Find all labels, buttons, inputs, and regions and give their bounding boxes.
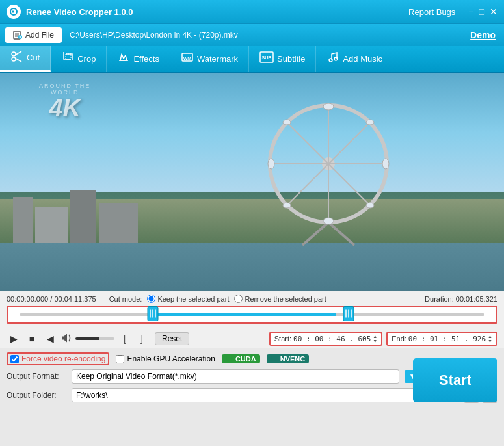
svg-point-4 <box>12 57 16 61</box>
enable-gpu-option[interactable]: Enable GPU Acceleration <box>116 354 215 363</box>
effects-svg-icon <box>117 51 130 64</box>
right-handle[interactable] <box>343 306 354 324</box>
reset-button[interactable]: Reset <box>155 332 189 345</box>
buildings-left <box>13 190 138 243</box>
timeline-slider[interactable] <box>7 306 497 324</box>
start-time-up[interactable]: ▲ <box>373 334 377 339</box>
start-time-label: Start: <box>274 335 291 343</box>
left-handle-icon <box>147 306 159 322</box>
watermark-svg-icon: WM <box>181 51 194 64</box>
tab-cut-label: Cut <box>27 53 40 62</box>
start-time-down[interactable]: ▼ <box>373 339 377 343</box>
keep-selected-radio[interactable] <box>147 295 155 303</box>
water-layer <box>0 243 504 291</box>
effects-icon <box>117 51 130 66</box>
svg-line-21 <box>287 122 328 164</box>
tab-watermark-label: Watermark <box>197 54 238 64</box>
svg-point-43 <box>226 356 232 361</box>
watermark-icon: WM <box>181 51 194 66</box>
svg-point-30 <box>382 159 389 169</box>
end-time-spinner[interactable]: ▲ ▼ <box>488 334 492 343</box>
volume-svg <box>61 334 72 343</box>
keep-selected-label: Keep the selected part <box>157 295 229 303</box>
time-inputs-group: Start: 00 : 00 : 46 . 605 ▲ ▼ End: 00 : … <box>269 332 497 346</box>
output-folder-path: F:\works\ <box>72 388 461 402</box>
tab-cut[interactable]: Cut <box>0 46 51 72</box>
file-path-text: C:\Users\HP\Desktop\London in 4K - (720p… <box>70 31 468 40</box>
nvenc-icon <box>271 355 277 361</box>
close-button[interactable]: ✕ <box>490 7 497 17</box>
slider-rail <box>20 313 484 316</box>
svg-line-6 <box>16 58 22 62</box>
svg-text:WM: WM <box>183 56 192 60</box>
svg-line-22 <box>328 164 370 205</box>
remove-selected-radio[interactable] <box>234 295 243 303</box>
duration-display: Duration: 00:01:05.321 <box>425 295 497 303</box>
stop-button[interactable]: ■ <box>25 332 39 346</box>
music-svg-icon <box>326 51 339 64</box>
start-time-spinner[interactable]: ▲ ▼ <box>373 334 377 343</box>
remove-selected-label: Remove the selected part <box>245 295 326 303</box>
svg-point-31 <box>283 120 291 125</box>
keep-selected-option[interactable]: Keep the selected part <box>147 295 229 303</box>
tab-subtitle[interactable]: SUB Subtitle <box>249 46 316 72</box>
tab-effects[interactable]: Effects <box>107 46 170 72</box>
play-button[interactable]: ▶ <box>7 332 21 346</box>
london-eye-svg <box>257 99 400 248</box>
around-text: AROUND THE <box>39 83 90 89</box>
mark-in-button[interactable]: [ <box>118 332 131 345</box>
add-music-icon <box>326 51 339 66</box>
svg-line-25 <box>302 222 328 245</box>
cut-info-row: 00:00:00.000 / 00:04:11.375 Cut mode: Ke… <box>7 295 497 303</box>
4k-text: 4K <box>39 96 90 120</box>
frame-back-button[interactable]: ◀ <box>43 332 57 346</box>
tab-add-music-label: Add Music <box>343 54 382 64</box>
force-reencode-option[interactable]: Force video re-encoding <box>7 352 109 365</box>
cut-icon <box>10 50 23 66</box>
svg-text:SUB: SUB <box>262 55 272 60</box>
force-reencode-checkbox[interactable] <box>10 355 19 363</box>
report-bugs-link[interactable]: Report Bugs <box>408 7 455 17</box>
minimize-button[interactable]: − <box>468 7 473 17</box>
add-file-button[interactable]: Add File <box>5 27 62 43</box>
volume-slider[interactable] <box>75 337 114 340</box>
enable-gpu-checkbox[interactable] <box>116 355 124 363</box>
cut-controls-area: 00:00:00.000 / 00:04:11.375 Cut mode: Ke… <box>0 291 504 329</box>
tab-crop[interactable]: Crop <box>51 46 107 72</box>
left-handle[interactable] <box>147 306 159 324</box>
video-frame: AROUND THE WORLD 4K <box>0 73 504 291</box>
mark-out-button[interactable]: ] <box>135 332 148 345</box>
nvenc-badge: NVENC <box>267 354 310 363</box>
tab-watermark[interactable]: WM Watermark <box>170 46 249 72</box>
format-select[interactable]: Keep Original Video Format(*.mkv) <box>72 369 399 384</box>
subtitle-icon: SUB <box>259 51 274 66</box>
svg-line-23 <box>328 122 370 164</box>
start-button-area: Start <box>413 355 497 406</box>
bottom-area: Force video re-encoding Enable GPU Accel… <box>0 348 504 411</box>
end-time-up[interactable]: ▲ <box>488 334 492 339</box>
enable-gpu-label: Enable GPU Acceleration <box>127 354 215 363</box>
right-handle-icon <box>343 306 354 322</box>
tab-add-music[interactable]: Add Music <box>316 46 393 72</box>
end-time-value: 00 : 01 : 51 . 926 <box>408 335 486 343</box>
playback-controls: ▶ ■ ◀ [ ] Reset Start: 00 : 00 : 46 . 60… <box>0 329 504 348</box>
svg-line-5 <box>16 51 22 55</box>
end-time-down[interactable]: ▼ <box>488 339 492 343</box>
app-logo <box>7 5 21 19</box>
scissors-icon <box>10 50 23 63</box>
remove-selected-option[interactable]: Remove the selected part <box>234 295 326 303</box>
svg-rect-7 <box>66 54 71 59</box>
start-button[interactable]: Start <box>413 358 497 402</box>
svg-point-3 <box>12 52 16 56</box>
cuda-icon <box>226 355 232 361</box>
tab-effects-label: Effects <box>133 54 159 64</box>
start-time-value: 00 : 00 : 46 . 605 <box>293 335 371 343</box>
slider-inner <box>8 313 496 316</box>
title-bar: Renee Video Cropper 1.0.0 Report Bugs − … <box>0 0 504 23</box>
toolbar: Add File C:\Users\HP\Desktop\London in 4… <box>0 23 504 46</box>
svg-point-44 <box>271 356 276 361</box>
restore-button[interactable]: □ <box>479 7 484 17</box>
output-folder-label: Output Folder: <box>7 391 72 400</box>
video-text-overlay: AROUND THE WORLD 4K <box>39 83 90 120</box>
start-time-box: Start: 00 : 00 : 46 . 605 ▲ ▼ <box>269 332 382 346</box>
